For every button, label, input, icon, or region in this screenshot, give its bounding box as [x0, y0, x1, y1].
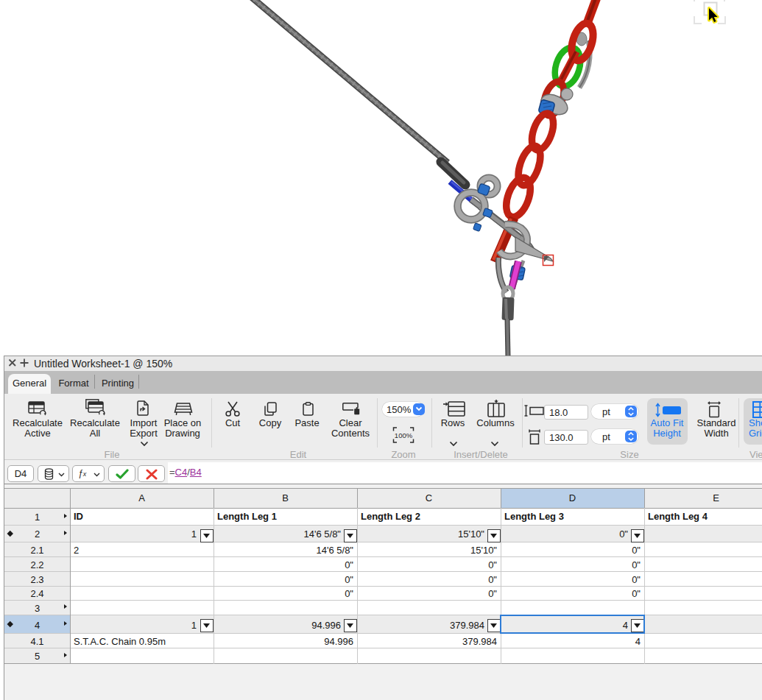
svg-text:100%: 100%	[395, 431, 413, 439]
